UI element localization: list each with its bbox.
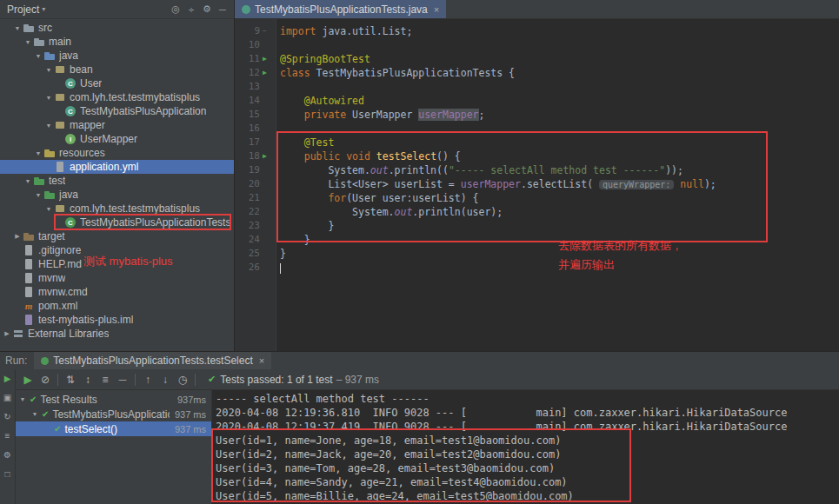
tree-item[interactable]: ▼resources	[0, 146, 234, 160]
gutter-line[interactable]: 21	[235, 191, 276, 205]
package-icon	[54, 63, 66, 76]
tree-item[interactable]: .gitignore	[0, 243, 234, 257]
tree-toggle-icon[interactable]: ▼	[23, 39, 33, 45]
tree-item[interactable]: test-mybatis-plus.iml	[0, 313, 234, 327]
gutter-line[interactable]: 12▶	[235, 66, 276, 80]
gutter-line[interactable]: 13	[235, 80, 276, 94]
run-test-icon[interactable]: ▶	[263, 52, 276, 66]
tree-toggle-icon[interactable]: ▼	[43, 123, 54, 129]
tree-item-label: resources	[59, 147, 105, 159]
run-test-icon[interactable]: ▶	[263, 149, 276, 163]
tree-item[interactable]: ▼test	[0, 174, 234, 188]
hide-panel-icon[interactable]: ─	[215, 4, 230, 15]
tree-item[interactable]: ▼com.lyh.test.testmybatisplus	[0, 90, 234, 104]
sort-by-duration-icon[interactable]: ↕	[79, 374, 97, 386]
gutter-line[interactable]: 15	[235, 108, 276, 122]
strip-options-icon[interactable]: ≡	[5, 432, 10, 441]
tree-item[interactable]: ▼bean	[0, 63, 234, 76]
tree-item[interactable]: ▶External Libraries	[0, 327, 234, 341]
run-tab[interactable]: TestMybatisPlusApplicationTests.testSele…	[34, 352, 271, 369]
gutter-line[interactable]: 18▶	[235, 149, 276, 163]
tree-item[interactable]: ▼java	[0, 49, 234, 63]
gutter-line[interactable]: 23	[235, 219, 276, 233]
strip-coverage-icon[interactable]: ▣	[3, 394, 11, 402]
expand-all-icon[interactable]: ≡	[97, 374, 114, 386]
strip-window-icon[interactable]: □	[4, 470, 10, 479]
code-area[interactable]: import java.util.List; @SpringBootTestcl…	[276, 19, 839, 351]
gutter-line[interactable]: 22	[235, 205, 276, 219]
sort-alphabetically-icon[interactable]: ⇅	[62, 374, 79, 386]
tree-item[interactable]: HELP.md	[0, 257, 234, 271]
gutter-line[interactable]: 25	[235, 247, 276, 261]
gutter-line[interactable]: 16	[235, 122, 276, 136]
tree-toggle-icon[interactable]: ▶	[2, 330, 12, 337]
gutter-line[interactable]: 9−	[235, 24, 276, 38]
gutter-line[interactable]: 24	[235, 233, 276, 247]
tree-item[interactable]: ▶target	[0, 229, 234, 243]
tree-item[interactable]: mvnw.cmd	[0, 285, 234, 299]
tree-item[interactable]: ▼mapper	[0, 118, 234, 132]
strip-rerun-icon[interactable]: ▶	[4, 375, 11, 383]
gutter-line[interactable]: 10	[235, 38, 276, 52]
editor-gutter[interactable]: 9−1011▶12▶131415161718▶1920212223242526	[235, 19, 276, 351]
test-tree-item[interactable]: ▼✔Test Results937ms	[16, 392, 211, 407]
file-iml-icon	[23, 314, 35, 326]
code-line	[280, 261, 839, 275]
previous-failed-test-icon[interactable]: ↑	[139, 374, 156, 386]
tree-item-label: pom.xml	[38, 300, 77, 312]
close-run-tab-icon[interactable]: ×	[259, 355, 264, 366]
gutter-line[interactable]: 14	[235, 94, 276, 108]
tree-toggle-icon[interactable]: ▼	[12, 25, 23, 31]
close-tab-icon[interactable]: ×	[434, 4, 439, 15]
project-panel-title[interactable]: Project	[7, 3, 39, 16]
tests-time-text: – 937 ms	[336, 374, 379, 386]
tree-toggle-icon[interactable]: ▼	[30, 411, 40, 417]
rerun-test-icon[interactable]: ▶	[19, 374, 37, 386]
line-number: 11	[235, 52, 263, 66]
chevron-down-icon[interactable]: ▾	[42, 5, 45, 13]
tree-toggle-icon[interactable]: ▼	[43, 206, 54, 212]
gutter-line[interactable]: 20	[235, 177, 276, 191]
next-failed-test-icon[interactable]: ↓	[156, 374, 174, 386]
test-tree-item[interactable]: ✔testSelect()937 ms	[16, 421, 211, 436]
editor-tab[interactable]: TestMybatisPlusApplicationTests.java ×	[235, 0, 446, 18]
gutter-line[interactable]: 17	[235, 136, 276, 149]
collapse-all-icon[interactable]: ─	[114, 374, 131, 386]
project-tree: ▼src▼main▼java▼beanCUser▼com.lyh.test.te…	[0, 19, 234, 351]
tree-toggle-icon[interactable]: ▼	[43, 95, 54, 101]
tree-item[interactable]: ▼java	[0, 188, 234, 202]
test-tree-item[interactable]: ▼✔TestMybatisPlusApplicationTe937 ms	[16, 407, 211, 421]
tree-item[interactable]: CTestMybatisPlusApplicationTests	[0, 216, 234, 229]
package-icon	[54, 202, 66, 215]
tree-toggle-icon[interactable]: ▼	[23, 178, 33, 184]
tree-toggle-icon[interactable]: ▼	[33, 53, 43, 59]
tree-toggle-icon[interactable]: ▼	[17, 396, 28, 402]
folder-test-icon	[43, 189, 56, 201]
tree-item[interactable]: ▼src	[0, 21, 234, 35]
test-history-icon[interactable]: ◷	[174, 374, 191, 386]
gutter-line[interactable]: 11▶	[235, 52, 276, 66]
gutter-line[interactable]: 26	[235, 261, 276, 275]
fold-icon[interactable]: −	[263, 24, 276, 38]
console-output[interactable]: ----- selectAll method test ------2020-0…	[212, 390, 839, 504]
tree-item[interactable]: application.yml	[0, 160, 234, 174]
tree-item[interactable]: ▼main	[0, 35, 234, 49]
tree-item[interactable]: IUserMapper	[0, 132, 234, 146]
locate-file-icon[interactable]: ◎	[168, 3, 183, 15]
tree-item[interactable]: CTestMybatisPlusApplication	[0, 104, 234, 118]
tree-item[interactable]: mvnw	[0, 271, 234, 285]
tree-item[interactable]: CUser	[0, 76, 234, 90]
run-test-icon[interactable]: ▶	[263, 66, 276, 80]
tree-toggle-icon[interactable]: ▼	[33, 150, 43, 156]
settings-icon[interactable]: ⚙	[199, 3, 215, 15]
tree-toggle-icon[interactable]: ▼	[43, 67, 54, 73]
tree-toggle-icon[interactable]: ▶	[12, 233, 23, 240]
stop-icon[interactable]: ⊘	[37, 374, 54, 386]
strip-refresh-icon[interactable]: ↻	[3, 413, 10, 421]
tree-item[interactable]: ▼com.lyh.test.testmybatisplus	[0, 202, 234, 216]
tree-item[interactable]: mpom.xml	[0, 299, 234, 313]
collapse-all-icon[interactable]: ÷	[183, 4, 199, 15]
strip-settings-icon[interactable]: ⚙	[3, 451, 11, 460]
gutter-line[interactable]: 19	[235, 163, 276, 177]
tree-toggle-icon[interactable]: ▼	[33, 192, 43, 198]
